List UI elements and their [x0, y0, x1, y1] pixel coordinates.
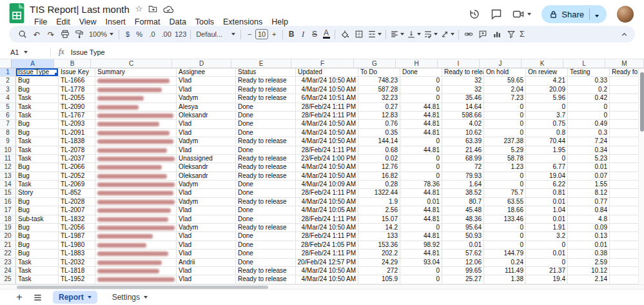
row-number[interactable]: 10 [0, 146, 16, 155]
cell-on-hold[interactable]: 0 [484, 120, 526, 128]
cell-testing[interactable]: 0.49 [568, 120, 610, 128]
cell-assignee[interactable]: Vlad [177, 86, 236, 94]
sheets-logo-icon[interactable] [9, 3, 24, 23]
cell-issue-type[interactable]: Bug [16, 241, 59, 250]
cell-on-review[interactable]: 1.04 [526, 206, 568, 215]
cell-ready-to-release[interactable]: 80.7 [442, 198, 484, 206]
cell-testing[interactable]: 0.84 [568, 206, 610, 215]
menu-insert[interactable]: Insert [101, 17, 130, 26]
cell-on-review[interactable]: 0 [526, 241, 568, 250]
cell-on-hold[interactable]: 1.23 [484, 163, 526, 172]
cell-status[interactable]: Done [236, 206, 296, 215]
more-formats-button[interactable]: 123 [173, 27, 188, 41]
increase-font-size-button[interactable]: + [268, 27, 280, 41]
cell-issue-type[interactable]: Bug [16, 232, 59, 241]
row-number[interactable]: 16 [0, 198, 16, 206]
menu-extensions[interactable]: Extensions [219, 17, 267, 26]
cell-ready-to-release[interactable]: 32 [442, 86, 484, 94]
cell-assignee[interactable]: Unassigned [177, 155, 236, 163]
cell-issue-key[interactable]: TL-1980 [59, 241, 95, 250]
cell-ready-to-release[interactable]: 45.48 [442, 206, 484, 215]
account-avatar[interactable] [617, 6, 634, 23]
row-number[interactable]: 24 [0, 267, 16, 275]
cell-status[interactable]: Ready to release [236, 94, 296, 103]
column-header-j[interactable]: J [480, 59, 522, 68]
cell-testing[interactable]: 0.09 [568, 224, 610, 232]
cell-summary[interactable] [95, 198, 177, 206]
cell-issue-type[interactable]: Bug [16, 77, 59, 85]
zoom-control[interactable]: 100% [86, 30, 116, 38]
cell-summary[interactable] [95, 94, 177, 103]
cell-testing[interactable]: 8.12 [568, 189, 610, 197]
column-header-l[interactable]: L [563, 59, 605, 68]
cell-ready-to-release[interactable]: 99.65 [442, 267, 484, 275]
cell-testing[interactable]: 1.55 [568, 181, 610, 189]
row-number[interactable]: 14 [0, 181, 16, 189]
cell-summary[interactable] [95, 155, 177, 163]
cell-updated[interactable]: 28/Feb/24 1:11 PM [296, 215, 358, 224]
cell-issue-key[interactable]: TL-1832 [59, 215, 95, 224]
cell-issue-type[interactable]: Task [16, 94, 59, 103]
decrease-font-size-button[interactable]: − [244, 27, 255, 41]
borders-button[interactable] [352, 27, 366, 41]
cell-testing[interactable]: 2.59 [568, 259, 610, 267]
cell-status[interactable]: Done [236, 215, 296, 224]
cell-status[interactable]: Done [236, 259, 296, 267]
cell-ready-to-release[interactable]: 72 [442, 163, 484, 172]
cell-todo[interactable]: 133 [358, 232, 400, 241]
menu-view[interactable]: View [75, 17, 101, 26]
cell-ready-to-release[interactable]: 0.01 [442, 241, 484, 250]
cell-on-hold[interactable]: 0.24 [484, 259, 526, 267]
cell-on-hold[interactable]: 0 [484, 172, 526, 181]
selected-cell-a1[interactable]: Issue Type [16, 68, 59, 77]
cell-status[interactable]: Ready to release [236, 77, 296, 85]
cell-testing[interactable]: 2.14 [568, 275, 610, 284]
cell-updated[interactable]: 23/Feb/24 1:00 PM [296, 155, 358, 163]
create-filter-button[interactable] [504, 27, 518, 41]
cell-issue-key[interactable]: TL-1767 [59, 112, 95, 120]
cell-assignee[interactable]: Vlad [177, 267, 236, 275]
star-icon[interactable]: ☆ [135, 5, 143, 14]
cell-on-review[interactable]: 1.91 [526, 224, 568, 232]
cell-todo[interactable]: 144.14 [358, 137, 400, 146]
cell-updated[interactable]: 28/Feb/24 1:11 PM [296, 189, 358, 197]
cell-status[interactable]: Done [236, 120, 296, 128]
cell-done[interactable]: 78.36 [400, 181, 442, 189]
cell-issue-key[interactable]: TL-2066 [59, 163, 95, 172]
sheet-tab-settings[interactable]: Settings [106, 291, 153, 304]
decrease-decimal-button[interactable]: .0 [145, 27, 159, 41]
cell-summary[interactable] [95, 77, 177, 85]
cell-updated[interactable]: 6/Mar/24 10:51 AM [296, 94, 358, 103]
cell-updated[interactable]: 4/Mar/24 10:09 AM [296, 181, 358, 189]
cell-status[interactable]: Done [236, 232, 296, 241]
cell-todo[interactable]: 15.07 [358, 215, 400, 224]
cell-testing[interactable]: 0.33 [568, 77, 610, 85]
cell-assignee[interactable]: Vlad [177, 77, 236, 85]
cell-status[interactable]: Ready to release [236, 137, 296, 146]
cell-issue-key[interactable]: TL-2028 [59, 198, 95, 206]
cell-issue-type[interactable]: Task [16, 259, 59, 267]
all-sheets-button[interactable] [30, 290, 45, 304]
cell-on-hold[interactable]: 59.65 [484, 77, 526, 85]
header-cell-assignee[interactable]: Assignee [177, 68, 236, 77]
cell-ready-to-release[interactable]: 1.64 [442, 181, 484, 189]
cell-updated[interactable]: 20/Feb/24 12:57 PM [296, 259, 358, 267]
row-number[interactable]: 5 [0, 103, 16, 112]
cell-ready-to-release[interactable]: 35.46 [442, 94, 484, 103]
cell-on-review[interactable]: 19.4 [526, 275, 568, 284]
cell-ready-to-release[interactable]: 598.66 [442, 112, 484, 120]
cell-on-hold[interactable]: 5.29 [484, 146, 526, 155]
functions-button[interactable]: Σ [518, 30, 526, 39]
cell-on-hold[interactable]: 1.38 [484, 275, 526, 284]
cell-todo[interactable]: 14.2 [358, 224, 400, 232]
text-color-button[interactable]: A [320, 27, 332, 41]
cell-ready-to-release[interactable]: 25.27 [442, 275, 484, 284]
search-menus-button[interactable] [15, 27, 30, 41]
cell-summary[interactable] [95, 267, 177, 275]
horizontal-scrollbar-thumb[interactable] [17, 286, 268, 289]
cell-on-review[interactable]: 0.01 [526, 215, 568, 224]
cell-assignee[interactable]: Vadym [177, 224, 236, 232]
cell-on-review[interactable]: 0.8 [526, 129, 568, 137]
cell-testing[interactable]: 0.07 [568, 172, 610, 181]
document-title[interactable]: TIS Report| Last month [30, 4, 130, 15]
